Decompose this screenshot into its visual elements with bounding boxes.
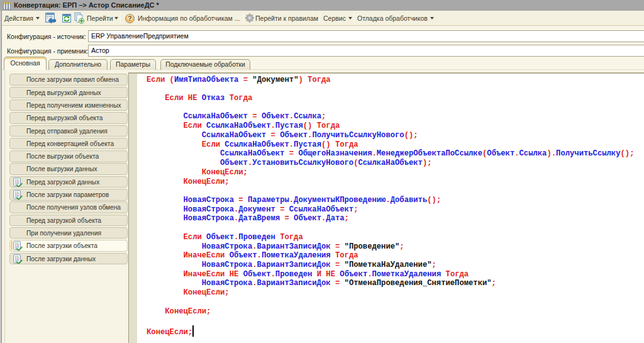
- svg-text:?: ?: [128, 14, 131, 22]
